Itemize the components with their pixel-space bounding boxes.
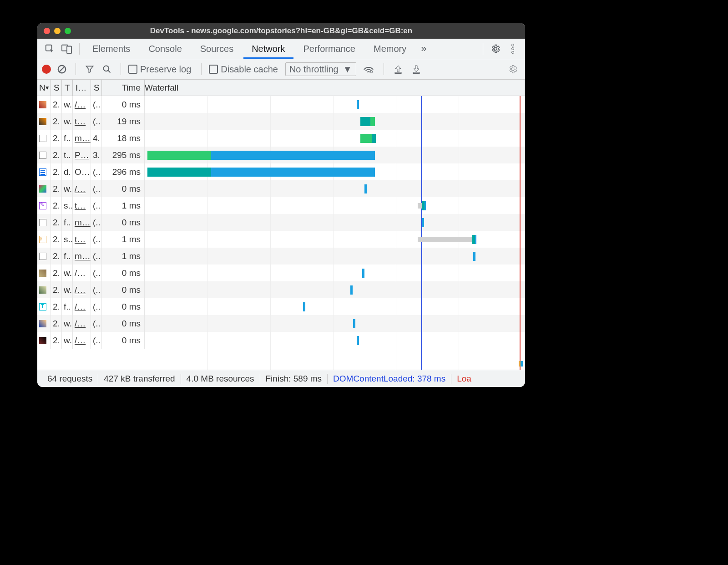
cell-initiator[interactable]: t…	[73, 231, 91, 248]
cell-time: 0 ms	[102, 265, 145, 281]
table-row[interactable]: 2.d.O…(..296 ms	[37, 163, 525, 180]
table-row[interactable]: 2.w./…(..0 ms	[37, 96, 525, 113]
file-type-icon	[39, 337, 46, 344]
table-row[interactable]: 2.f..m…(..1 ms	[37, 248, 525, 265]
col-size[interactable]: S	[91, 80, 102, 96]
tab-network[interactable]: Network	[243, 39, 293, 59]
clear-icon[interactable]	[56, 61, 68, 77]
cell-waterfall	[145, 281, 525, 298]
cell-waterfall	[145, 197, 525, 214]
tab-memory[interactable]: Memory	[365, 39, 415, 59]
cell-waterfall	[145, 163, 525, 180]
table-row[interactable]: 2.w./…(..0 ms	[37, 281, 525, 298]
table-row[interactable]: 2.w.t…(..19 ms	[37, 113, 525, 130]
cell-size: (..	[91, 214, 102, 231]
throttling-select[interactable]: No throttling ▼	[285, 62, 356, 76]
table-row[interactable]: 2.f..m…(..0 ms	[37, 214, 525, 231]
cell-waterfall	[145, 113, 525, 130]
file-type-icon	[39, 253, 46, 260]
cell-type: w.	[62, 332, 73, 349]
cell-type: t..	[62, 147, 73, 163]
file-type-icon	[39, 236, 46, 243]
cell-initiator[interactable]: O…	[73, 163, 91, 180]
close-icon[interactable]	[44, 28, 50, 34]
network-conditions-icon[interactable]	[361, 61, 376, 77]
upload-har-icon[interactable]	[391, 61, 405, 77]
col-waterfall[interactable]: Waterfall	[145, 80, 525, 96]
tab-sources[interactable]: Sources	[192, 39, 242, 59]
network-settings-icon[interactable]	[505, 61, 521, 77]
cell-type: w.	[62, 265, 73, 281]
cell-time: 18 ms	[102, 130, 145, 147]
col-initiator[interactable]: I…	[73, 80, 91, 96]
col-name[interactable]: N▼	[37, 80, 51, 96]
table-row[interactable]: 2.w./…(..0 ms	[37, 315, 525, 332]
col-type[interactable]: T	[62, 80, 73, 96]
cell-initiator[interactable]: /…	[73, 315, 91, 332]
cell-size: (..	[91, 231, 102, 248]
table-header: N▼ S T I… S Time Waterfall	[37, 80, 525, 96]
disable-cache-checkbox[interactable]: Disable cache	[209, 64, 278, 75]
filter-icon[interactable]	[83, 61, 96, 77]
cell-status: 2.	[51, 315, 62, 332]
cell-size: (..	[91, 163, 102, 180]
cell-size: (..	[91, 180, 102, 197]
cell-initiator[interactable]: /…	[73, 265, 91, 281]
col-status[interactable]: S	[51, 80, 62, 96]
inspect-element-icon[interactable]	[42, 41, 57, 56]
settings-icon[interactable]	[488, 41, 503, 56]
cell-type: f..	[62, 298, 73, 315]
cell-initiator[interactable]: t…	[73, 197, 91, 214]
svg-rect-11	[395, 72, 401, 74]
table-row[interactable]: 2.s..t…(..1 ms	[37, 197, 525, 214]
titlebar: DevTools - news.google.com/topstories?hl…	[37, 23, 525, 39]
tab-elements[interactable]: Elements	[84, 39, 138, 59]
minimize-icon[interactable]	[54, 28, 61, 34]
file-type-icon	[39, 320, 46, 327]
cell-initiator[interactable]: t…	[73, 113, 91, 130]
file-type-icon	[39, 101, 46, 108]
kebab-menu-icon[interactable]	[505, 41, 521, 56]
more-tabs-icon[interactable]: »	[416, 43, 431, 55]
tab-console[interactable]: Console	[140, 39, 190, 59]
cell-initiator[interactable]: m…	[73, 214, 91, 231]
table-row[interactable]: 2.w./…(..0 ms	[37, 180, 525, 197]
device-toggle-icon[interactable]	[59, 41, 75, 56]
table-row[interactable]: 2.t..P…3.295 ms	[37, 147, 525, 163]
cell-waterfall	[145, 248, 525, 265]
cell-initiator[interactable]: /…	[73, 96, 91, 113]
cell-initiator[interactable]: /…	[73, 332, 91, 349]
cell-size: (..	[91, 281, 102, 298]
cell-size: 4.	[91, 130, 102, 147]
tab-performance[interactable]: Performance	[295, 39, 364, 59]
table-row[interactable]: 2.f../…(..0 ms	[37, 298, 525, 315]
network-toolbar: Preserve log Disable cache No throttling…	[37, 59, 525, 80]
table-row[interactable]: 2.w./…(..0 ms	[37, 265, 525, 281]
cell-waterfall	[145, 214, 525, 231]
cell-initiator[interactable]: m…	[73, 248, 91, 265]
divider	[121, 63, 121, 75]
preserve-log-checkbox[interactable]: Preserve log	[128, 64, 191, 75]
table-row[interactable]: 2.s..t…(..1 ms	[37, 231, 525, 248]
file-type-icon	[39, 270, 46, 277]
cell-initiator[interactable]: /…	[73, 298, 91, 315]
table-row[interactable]: 2.w./…(..0 ms	[37, 332, 525, 349]
cell-initiator[interactable]: /…	[73, 281, 91, 298]
download-har-icon[interactable]	[410, 61, 423, 77]
maximize-icon[interactable]	[65, 28, 71, 34]
status-domcontentloaded: DOMContentLoaded: 378 ms	[328, 374, 451, 384]
table-row[interactable]: 2.f..m…4.18 ms	[37, 130, 525, 147]
cell-initiator[interactable]: /…	[73, 180, 91, 197]
cell-size: (..	[91, 298, 102, 315]
cell-initiator[interactable]: m…	[73, 130, 91, 147]
status-load: Loa	[451, 374, 477, 384]
svg-point-3	[512, 44, 514, 46]
record-button[interactable]	[42, 65, 51, 74]
cell-time: 0 ms	[102, 315, 145, 332]
cell-type: w.	[62, 281, 73, 298]
cell-initiator[interactable]: P…	[73, 147, 91, 163]
devtools-window: DevTools - news.google.com/topstories?hl…	[37, 23, 525, 387]
col-time[interactable]: Time	[102, 80, 145, 96]
search-icon[interactable]	[101, 61, 113, 77]
cell-waterfall	[145, 332, 525, 349]
